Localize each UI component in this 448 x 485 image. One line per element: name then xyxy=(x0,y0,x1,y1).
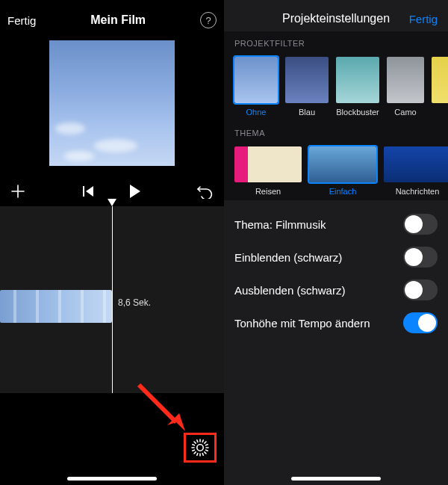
settings-title: Projekteinstellungen xyxy=(282,12,390,25)
setting-label: Einblenden (schwarz) xyxy=(234,251,342,264)
filter-option-none[interactable]: Ohne xyxy=(234,57,278,117)
project-settings-button[interactable] xyxy=(184,433,217,463)
home-indicator[interactable] xyxy=(291,477,381,481)
theme-label: Einfach xyxy=(309,187,376,196)
filter-option-more[interactable] xyxy=(432,57,448,117)
filter-label: Blockbuster xyxy=(336,108,379,117)
add-media-button[interactable] xyxy=(10,184,25,199)
playhead[interactable] xyxy=(112,206,113,393)
setting-label: Thema: Filmmusik xyxy=(234,218,326,231)
settings-pane: Projekteinstellungen Fertig PROJEKTFILTE… xyxy=(224,0,448,485)
theme-option-news[interactable]: Nachrichten xyxy=(384,146,448,196)
setting-label: Tonhöhe mit Tempo ändern xyxy=(234,317,370,330)
annotation-arrow-icon xyxy=(133,379,193,439)
toggle-fade-in[interactable] xyxy=(403,247,438,268)
filter-label: Ohne xyxy=(234,108,278,117)
done-button-left[interactable]: Fertig xyxy=(7,14,36,27)
setting-row-fade-in: Einblenden (schwarz) xyxy=(234,241,438,274)
filter-list[interactable]: Ohne Blau Blockbuster Camo xyxy=(224,52,448,121)
settings-header: Projekteinstellungen Fertig xyxy=(224,0,448,31)
toggle-theme-music[interactable] xyxy=(403,214,438,235)
section-label-theme: THEMA xyxy=(224,121,448,142)
help-button[interactable]: ? xyxy=(200,12,217,28)
filter-option-blockbuster[interactable]: Blockbuster xyxy=(336,57,379,117)
theme-option-travel[interactable]: Reisen xyxy=(234,146,302,196)
clip-duration: 8,6 Sek. xyxy=(118,297,151,308)
preview-area xyxy=(0,40,224,166)
filter-option-blue[interactable]: Blau xyxy=(285,57,329,117)
timeline[interactable]: 8,6 Sek. xyxy=(0,206,224,393)
setting-row-theme-music: Thema: Filmmusik xyxy=(234,208,438,241)
gear-icon xyxy=(190,438,210,457)
done-button-right[interactable]: Fertig xyxy=(409,13,438,25)
theme-label: Reisen xyxy=(234,187,302,196)
filter-thumb xyxy=(387,57,424,103)
setting-row-pitch: Tonhöhe mit Tempo ändern xyxy=(234,306,438,339)
setting-row-fade-out: Ausblenden (schwarz) xyxy=(234,274,438,306)
svg-point-2 xyxy=(197,445,203,451)
theme-list[interactable]: Reisen Einfach Nachrichten xyxy=(224,142,448,200)
video-preview[interactable] xyxy=(49,40,175,166)
toggle-pitch[interactable] xyxy=(403,312,438,333)
filter-thumb xyxy=(336,57,379,103)
settings-list: Thema: Filmmusik Einblenden (schwarz) Au… xyxy=(224,200,448,339)
project-title: Mein Film xyxy=(90,13,146,27)
home-indicator[interactable] xyxy=(67,477,157,481)
theme-label: Nachrichten xyxy=(384,187,448,196)
undo-button[interactable] xyxy=(197,184,214,199)
editor-pane: Fertig Mein Film ? xyxy=(0,0,224,485)
setting-label: Ausblenden (schwarz) xyxy=(234,284,345,297)
play-button[interactable] xyxy=(128,184,142,199)
toggle-fade-out[interactable] xyxy=(403,279,438,300)
theme-option-simple[interactable]: Einfach xyxy=(309,146,376,196)
filter-option-camo[interactable]: Camo xyxy=(387,57,424,117)
video-clip[interactable] xyxy=(0,290,112,323)
filter-thumb xyxy=(285,57,329,103)
jump-to-start-button[interactable] xyxy=(82,185,96,197)
filter-thumb xyxy=(432,57,448,103)
theme-thumb xyxy=(234,146,302,182)
editor-header: Fertig Mein Film ? xyxy=(0,0,224,33)
filter-thumb xyxy=(234,57,278,103)
playhead-marker-icon xyxy=(108,199,116,206)
section-label-filter: PROJEKTFILTER xyxy=(224,31,448,52)
theme-thumb xyxy=(384,146,448,182)
filter-label: Camo xyxy=(387,108,424,117)
svg-line-0 xyxy=(139,385,176,422)
filter-label: Blau xyxy=(285,108,329,117)
theme-thumb xyxy=(309,146,376,182)
